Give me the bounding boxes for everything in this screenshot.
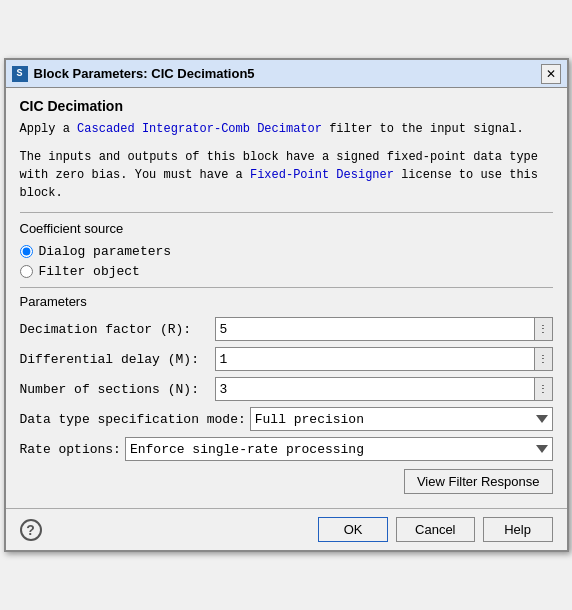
rate-options-label: Rate options:	[20, 442, 121, 457]
differential-delay-row: Differential delay (M): ⋮	[20, 347, 553, 371]
decimation-factor-input-container: ⋮	[215, 317, 553, 341]
differential-delay-menu-btn[interactable]: ⋮	[534, 348, 552, 370]
num-sections-input[interactable]	[216, 380, 534, 399]
main-window: S Block Parameters: CIC Decimation5 ✕ CI…	[4, 58, 569, 552]
title-bar: S Block Parameters: CIC Decimation5 ✕	[6, 60, 567, 88]
coefficient-source-group: Dialog parameters Filter object	[20, 244, 553, 279]
view-filter-row: View Filter Response	[20, 469, 553, 494]
num-sections-label: Number of sections (N):	[20, 382, 215, 397]
num-sections-row: Number of sections (N): ⋮	[20, 377, 553, 401]
num-sections-input-container: ⋮	[215, 377, 553, 401]
help-icon-button[interactable]: ?	[20, 519, 42, 541]
num-sections-menu-btn[interactable]: ⋮	[534, 378, 552, 400]
parameters-title: Parameters	[20, 294, 553, 309]
bottom-bar: ? OK Cancel Help	[6, 508, 567, 550]
highlight-cic: Cascaded Integrator-Comb Decimator	[77, 122, 322, 136]
radio-dialog-label: Dialog parameters	[39, 244, 172, 259]
decimation-factor-input[interactable]	[216, 320, 534, 339]
data-type-select[interactable]: Full precision Specify word lengths Mini…	[250, 407, 553, 431]
rate-options-select[interactable]: Enforce single-rate processing Allow mul…	[125, 437, 553, 461]
view-filter-button[interactable]: View Filter Response	[404, 469, 553, 494]
title-bar-left: S Block Parameters: CIC Decimation5	[12, 66, 255, 82]
content-area: CIC Decimation Apply a Cascaded Integrat…	[6, 88, 567, 508]
ok-button[interactable]: OK	[318, 517, 388, 542]
window-title: Block Parameters: CIC Decimation5	[34, 66, 255, 81]
and-text: and	[99, 150, 121, 164]
radio-filter-label: Filter object	[39, 264, 140, 279]
differential-delay-input-container: ⋮	[215, 347, 553, 371]
decimation-factor-menu-btn[interactable]: ⋮	[534, 318, 552, 340]
rate-options-row: Rate options: Enforce single-rate proces…	[20, 437, 553, 461]
radio-dialog-parameters[interactable]: Dialog parameters	[20, 244, 553, 259]
differential-delay-input[interactable]	[216, 350, 534, 369]
decimation-factor-label: Decimation factor (R):	[20, 322, 215, 337]
help-button[interactable]: Help	[483, 517, 553, 542]
data-type-label: Data type specification mode:	[20, 412, 246, 427]
decimation-factor-row: Decimation factor (R): ⋮	[20, 317, 553, 341]
data-type-row: Data type specification mode: Full preci…	[20, 407, 553, 431]
close-button[interactable]: ✕	[541, 64, 561, 84]
highlight-fpd: Fixed-Point Designer	[250, 168, 394, 182]
description-para2: The inputs and outputs of this block hav…	[20, 148, 553, 202]
radio-filter-input[interactable]	[20, 265, 33, 278]
coeff-source-title: Coefficient source	[20, 221, 553, 236]
differential-delay-label: Differential delay (M):	[20, 352, 215, 367]
description-para1: Apply a Cascaded Integrator-Comb Decimat…	[20, 120, 553, 138]
window-icon: S	[12, 66, 28, 82]
radio-filter-object[interactable]: Filter object	[20, 264, 553, 279]
cancel-button[interactable]: Cancel	[396, 517, 474, 542]
bottom-buttons: OK Cancel Help	[318, 517, 552, 542]
divider-2	[20, 287, 553, 288]
radio-dialog-input[interactable]	[20, 245, 33, 258]
divider-1	[20, 212, 553, 213]
block-name: CIC Decimation	[20, 98, 553, 114]
